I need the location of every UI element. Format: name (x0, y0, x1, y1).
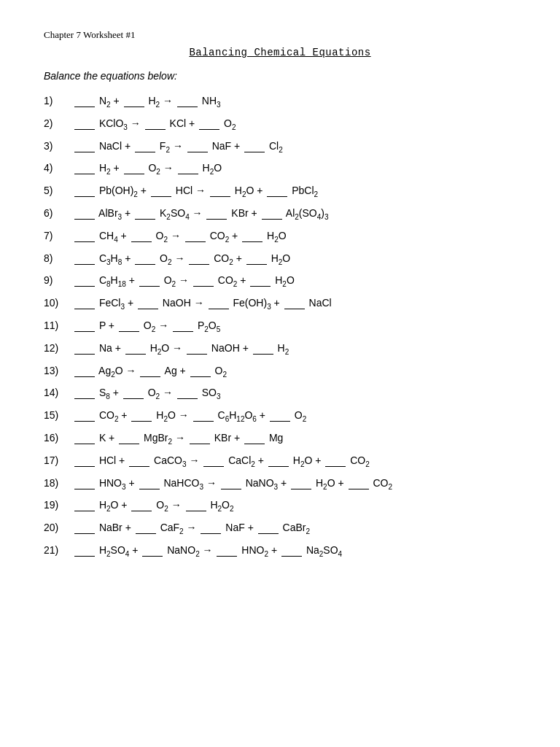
arrow: → (163, 162, 174, 174)
blank-line (139, 274, 160, 287)
equation-content: HCl + CaCO3 → CaCl2 + H2O + CO2 (73, 454, 516, 468)
equation-number: 10) (44, 297, 73, 309)
blank-line (209, 297, 229, 309)
equation-content: S8 + O2 → SO3 (73, 387, 516, 400)
equation-number: 20) (44, 522, 73, 533)
blank-line (246, 252, 267, 265)
equation-item: 4) H2 + O2 → H2O (44, 162, 516, 176)
equation-item: 21) H2SO4 + NaNO2 → HNO2 + Na2SO4 (44, 544, 516, 558)
blank-line (138, 297, 158, 309)
equation-item: 8) C3H8 + O2 → CO2 + H2O (44, 252, 516, 266)
equation-content: AlBr3 + K2SO4 → KBr + Al2(SO4)3 (73, 207, 516, 221)
equations-list: 1) N2 + H2 → NH32) KClO3 → KCl + O23) Na… (44, 95, 516, 558)
equation-number: 14) (44, 387, 73, 398)
blank-line (190, 365, 211, 377)
equation-number: 18) (44, 477, 73, 489)
blank-line (74, 230, 95, 242)
equation-content: C8H18 + O2 → CO2 + H2O (73, 274, 516, 288)
equation-item: 6) AlBr3 + K2SO4 → KBr + Al2(SO4)3 (44, 207, 516, 221)
blank-line (74, 207, 95, 220)
equation-item: 3) NaCl + F2 → NaF + Cl2 (44, 140, 516, 154)
arrow: → (171, 230, 181, 241)
equation-number: 13) (44, 365, 73, 376)
blank-line (242, 230, 262, 242)
arrow: → (179, 409, 189, 421)
equation-content: CH4 + O2 → CO2 + H2O (73, 230, 516, 244)
blank-line (139, 477, 160, 489)
equation-item: 15) CO2 + H2O → C6H12O6 + O2 (44, 409, 516, 423)
equation-number: 12) (44, 342, 73, 354)
arrow: → (174, 252, 184, 264)
instructions: Balance the equations below: (44, 70, 516, 82)
blank-line (142, 544, 163, 557)
blank-line (244, 432, 265, 444)
equation-item: 18) HNO3 + NaHCO3 → NaNO3 + H2O + CO2 (44, 477, 516, 491)
blank-line (135, 140, 155, 152)
blank-line (199, 117, 219, 130)
blank-line (250, 274, 271, 287)
arrow: → (187, 522, 197, 533)
blank-line (124, 162, 144, 174)
blank-line (187, 342, 207, 355)
equation-number: 17) (44, 454, 73, 466)
arrow: → (203, 544, 213, 556)
arrow: → (163, 387, 173, 398)
blank-line (244, 140, 265, 152)
blank-line (74, 365, 95, 377)
chapter-header: Chapter 7 Worksheet #1 (44, 29, 516, 41)
blank-line (74, 95, 95, 107)
blank-line (177, 387, 198, 399)
arrow: → (163, 95, 173, 107)
blank-line (135, 252, 155, 265)
blank-line (325, 454, 346, 467)
arrow: → (175, 432, 185, 444)
blank-line (74, 522, 95, 534)
blank-line (74, 117, 95, 130)
equation-number: 15) (44, 409, 73, 421)
arrow: → (126, 365, 136, 376)
blank-line (74, 252, 95, 265)
equation-number: 6) (44, 207, 73, 219)
blank-line (74, 297, 95, 309)
blank-line (74, 185, 95, 197)
arrow: → (194, 297, 204, 309)
blank-line (125, 342, 146, 355)
blank-line (206, 207, 227, 220)
blank-line (253, 342, 273, 355)
arrow: → (189, 454, 199, 466)
blank-line (178, 162, 198, 174)
equation-number: 16) (44, 432, 73, 444)
equation-item: 11) P + O2 → P2O5 (44, 320, 516, 333)
blank-line (74, 140, 95, 152)
equation-number: 9) (44, 274, 73, 286)
arrow: → (173, 140, 183, 152)
blank-line (119, 432, 139, 444)
equation-item: 5) Pb(OH)2 + HCl → H2O + PbCl2 (44, 185, 516, 198)
equation-content: NaBr + CaF2 → NaF + CaBr2 (73, 522, 516, 535)
blank-line (74, 409, 95, 422)
equation-item: 1) N2 + H2 → NH3 (44, 95, 516, 109)
equation-item: 10) FeCl3 + NaOH → Fe(OH)3 + NaCl (44, 297, 516, 311)
blank-line (217, 544, 237, 557)
blank-line (74, 544, 95, 557)
blank-line (262, 207, 282, 220)
blank-line (151, 185, 171, 197)
arrow: → (172, 342, 182, 354)
arrow: → (179, 274, 189, 286)
blank-line (74, 320, 95, 332)
equation-content: CO2 + H2O → C6H12O6 + O2 (73, 409, 516, 423)
equation-number: 1) (44, 95, 73, 107)
arrow: → (158, 320, 168, 331)
blank-line (221, 477, 241, 489)
blank-line (131, 230, 152, 242)
equation-number: 11) (44, 320, 73, 331)
equation-item: 12) Na + H2O → NaOH + H2 (44, 342, 516, 356)
worksheet-title: Balancing Chemical Equations (44, 47, 516, 58)
equation-number: 19) (44, 499, 73, 511)
equation-number: 4) (44, 162, 73, 174)
equation-item: 2) KClO3 → KCl + O2 (44, 117, 516, 131)
blank-line (187, 140, 208, 152)
blank-line (123, 387, 144, 399)
blank-line (193, 274, 214, 287)
blank-line (267, 185, 287, 197)
